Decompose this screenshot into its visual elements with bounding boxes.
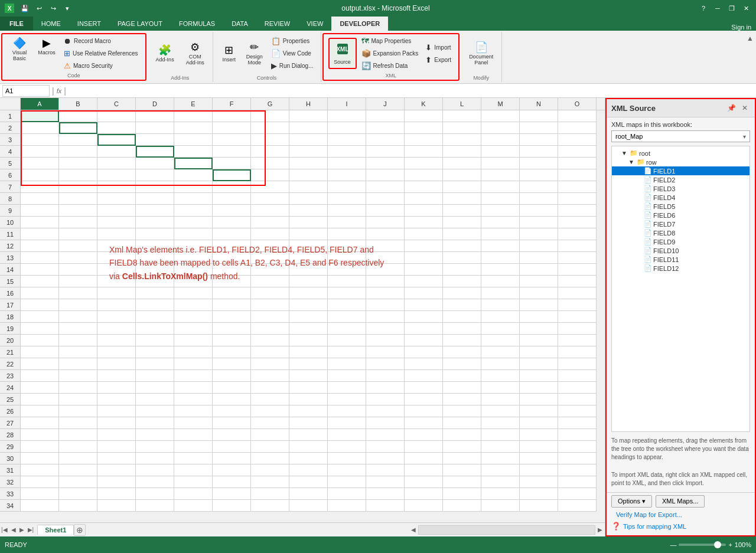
cell-D19[interactable] (136, 323, 174, 335)
cell-J25[interactable] (366, 394, 405, 405)
cell-N3[interactable] (520, 134, 558, 146)
cell-E7[interactable] (174, 181, 213, 193)
cell-M6[interactable] (481, 169, 520, 181)
cell-N25[interactable] (520, 394, 558, 405)
cell-J11[interactable] (366, 228, 405, 240)
restore-btn[interactable]: ❐ (726, 3, 737, 14)
cell-C15[interactable] (97, 276, 136, 287)
cell-F21[interactable] (213, 346, 251, 358)
options-btn[interactable]: Options ▾ (611, 495, 652, 508)
design-mode-btn[interactable]: ✏ DesignMode (243, 40, 266, 68)
cell-O4[interactable] (558, 146, 597, 158)
formula-input[interactable] (69, 87, 754, 94)
cell-O21[interactable] (558, 346, 597, 358)
cell-K9[interactable] (405, 205, 443, 217)
cell-I12[interactable] (328, 240, 366, 252)
cell-D3[interactable] (136, 134, 174, 146)
cell-B10[interactable] (59, 217, 97, 228)
cell-F1[interactable] (213, 110, 251, 122)
cell-N11[interactable] (520, 228, 558, 240)
cell-E16[interactable] (174, 287, 213, 299)
cell-A2[interactable] (21, 122, 59, 134)
cell-A9[interactable] (21, 205, 59, 217)
cell-C30[interactable] (97, 453, 136, 464)
row-header-31[interactable]: 31 (0, 464, 21, 476)
cell-J9[interactable] (366, 205, 405, 217)
cell-O29[interactable] (558, 441, 597, 453)
cell-I34[interactable] (328, 500, 366, 512)
cell-N19[interactable] (520, 323, 558, 335)
cell-L24[interactable] (443, 382, 481, 394)
cell-A32[interactable] (21, 476, 59, 488)
cell-N22[interactable] (520, 358, 558, 370)
cell-L15[interactable] (443, 276, 481, 287)
col-header-n[interactable]: N (520, 98, 558, 110)
cell-L3[interactable] (443, 134, 481, 146)
cell-N26[interactable] (520, 405, 558, 417)
row-header-33[interactable]: 33 (0, 488, 21, 500)
cell-E33[interactable] (174, 488, 213, 500)
cell-O8[interactable] (558, 193, 597, 205)
cell-M16[interactable] (481, 287, 520, 299)
cell-E11[interactable] (174, 228, 213, 240)
cell-L2[interactable] (443, 122, 481, 134)
cell-K17[interactable] (405, 299, 443, 311)
cell-J27[interactable] (366, 417, 405, 429)
cell-K28[interactable] (405, 429, 443, 441)
sheet-next-btn[interactable]: ▶ (18, 525, 25, 534)
cell-H5[interactable] (289, 158, 328, 169)
cell-G10[interactable] (251, 217, 289, 228)
col-header-j[interactable]: J (366, 98, 405, 110)
cell-G26[interactable] (251, 405, 289, 417)
xml-maps-dropdown[interactable]: root_Map ▾ (611, 130, 750, 142)
cell-G22[interactable] (251, 358, 289, 370)
cell-O23[interactable] (558, 370, 597, 382)
cell-F29[interactable] (213, 441, 251, 453)
sheet-last-btn[interactable]: ▶| (27, 525, 35, 534)
cell-A7[interactable] (21, 181, 59, 193)
cell-I10[interactable] (328, 217, 366, 228)
cell-N27[interactable] (520, 417, 558, 429)
cell-M15[interactable] (481, 276, 520, 287)
cell-K33[interactable] (405, 488, 443, 500)
cell-I7[interactable] (328, 181, 366, 193)
cell-A16[interactable] (21, 287, 59, 299)
cell-I16[interactable] (328, 287, 366, 299)
cell-K31[interactable] (405, 464, 443, 476)
row-header-9[interactable]: 9 (0, 205, 21, 217)
sheet-add-btn[interactable]: ⊕ (74, 524, 86, 536)
cell-O17[interactable] (558, 299, 597, 311)
cell-E30[interactable] (174, 453, 213, 464)
row-header-12[interactable]: 12 (0, 240, 21, 252)
cell-I11[interactable] (328, 228, 366, 240)
cell-A8[interactable] (21, 193, 59, 205)
cell-A11[interactable] (21, 228, 59, 240)
cell-G20[interactable] (251, 335, 289, 346)
row-header-10[interactable]: 10 (0, 217, 21, 228)
cell-A1[interactable] (21, 110, 59, 122)
row-header-18[interactable]: 18 (0, 311, 21, 323)
cell-F4[interactable] (213, 146, 251, 158)
cell-L19[interactable] (443, 323, 481, 335)
cell-A10[interactable] (21, 217, 59, 228)
cell-J18[interactable] (366, 311, 405, 323)
cell-G13[interactable] (251, 252, 289, 264)
cell-M7[interactable] (481, 181, 520, 193)
cell-D17[interactable] (136, 299, 174, 311)
cell-K22[interactable] (405, 358, 443, 370)
cell-C25[interactable] (97, 394, 136, 405)
cell-B1[interactable] (59, 110, 97, 122)
col-header-b[interactable]: B (59, 98, 97, 110)
cell-N23[interactable] (520, 370, 558, 382)
cell-F24[interactable] (213, 382, 251, 394)
cell-I25[interactable] (328, 394, 366, 405)
cell-D14[interactable] (136, 264, 174, 276)
row-header-2[interactable]: 2 (0, 122, 21, 134)
cell-I8[interactable] (328, 193, 366, 205)
cell-A6[interactable] (21, 169, 59, 181)
cell-A5[interactable] (21, 158, 59, 169)
cell-G4[interactable] (251, 146, 289, 158)
cell-B16[interactable] (59, 287, 97, 299)
cell-O22[interactable] (558, 358, 597, 370)
cell-F16[interactable] (213, 287, 251, 299)
